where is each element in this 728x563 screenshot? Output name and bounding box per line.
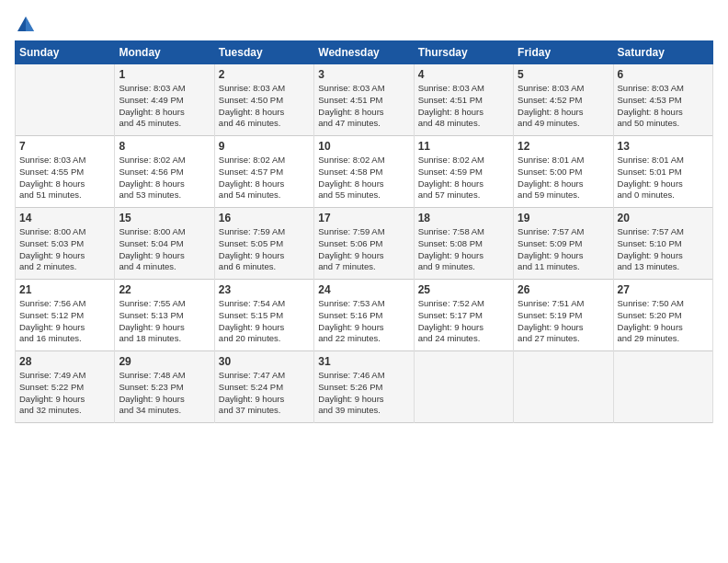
calendar-cell: 8Sunrise: 8:02 AM Sunset: 4:56 PM Daylig… — [115, 136, 214, 208]
day-number: 23 — [219, 283, 310, 296]
day-info: Sunrise: 8:03 AM Sunset: 4:55 PM Dayligh… — [19, 155, 110, 201]
day-number: 29 — [119, 355, 210, 368]
calendar-cell: 20Sunrise: 7:57 AM Sunset: 5:10 PM Dayli… — [613, 208, 712, 280]
day-number: 11 — [418, 140, 509, 153]
day-number: 25 — [418, 283, 509, 296]
day-number: 18 — [418, 212, 509, 224]
calendar-cell: 2Sunrise: 8:03 AM Sunset: 4:50 PM Daylig… — [214, 64, 313, 136]
day-number: 27 — [618, 283, 709, 296]
day-info: Sunrise: 7:58 AM Sunset: 5:08 PM Dayligh… — [418, 226, 509, 273]
calendar-cell: 22Sunrise: 7:55 AM Sunset: 5:13 PM Dayli… — [115, 280, 214, 351]
day-info: Sunrise: 8:01 AM Sunset: 5:01 PM Dayligh… — [618, 155, 709, 201]
day-info: Sunrise: 7:56 AM Sunset: 5:12 PM Dayligh… — [19, 298, 110, 345]
calendar-cell: 25Sunrise: 7:52 AM Sunset: 5:17 PM Dayli… — [414, 280, 513, 351]
calendar-cell: 14Sunrise: 8:00 AM Sunset: 5:03 PM Dayli… — [16, 208, 115, 280]
day-info: Sunrise: 7:52 AM Sunset: 5:17 PM Dayligh… — [418, 298, 509, 345]
calendar-cell — [16, 64, 115, 136]
day-info: Sunrise: 7:59 AM Sunset: 5:05 PM Dayligh… — [219, 226, 310, 273]
day-number: 4 — [418, 68, 509, 81]
calendar-cell: 26Sunrise: 7:51 AM Sunset: 5:19 PM Dayli… — [514, 280, 613, 351]
calendar-cell: 6Sunrise: 8:03 AM Sunset: 4:53 PM Daylig… — [613, 64, 712, 136]
calendar-week-5: 28Sunrise: 7:49 AM Sunset: 5:22 PM Dayli… — [16, 351, 713, 423]
weekday-header-monday: Monday — [115, 41, 214, 64]
calendar-cell: 4Sunrise: 8:03 AM Sunset: 4:51 PM Daylig… — [414, 64, 513, 136]
day-number: 26 — [518, 283, 609, 296]
day-number: 28 — [19, 355, 110, 368]
day-info: Sunrise: 8:00 AM Sunset: 5:03 PM Dayligh… — [19, 226, 110, 273]
calendar-cell: 13Sunrise: 8:01 AM Sunset: 5:01 PM Dayli… — [613, 136, 712, 208]
day-info: Sunrise: 8:02 AM Sunset: 4:57 PM Dayligh… — [219, 155, 310, 201]
calendar-cell: 10Sunrise: 8:02 AM Sunset: 4:58 PM Dayli… — [314, 136, 414, 208]
day-number: 24 — [318, 283, 409, 296]
day-info: Sunrise: 7:59 AM Sunset: 5:06 PM Dayligh… — [318, 226, 409, 273]
calendar-cell: 11Sunrise: 8:02 AM Sunset: 4:59 PM Dayli… — [414, 136, 513, 208]
calendar-cell: 9Sunrise: 8:02 AM Sunset: 4:57 PM Daylig… — [214, 136, 313, 208]
weekday-header-friday: Friday — [514, 41, 613, 64]
calendar-week-3: 14Sunrise: 8:00 AM Sunset: 5:03 PM Dayli… — [16, 208, 713, 280]
day-number: 21 — [19, 283, 110, 296]
day-number: 10 — [318, 140, 409, 153]
calendar-cell — [613, 351, 712, 423]
calendar-week-2: 7Sunrise: 8:03 AM Sunset: 4:55 PM Daylig… — [16, 136, 713, 208]
calendar-cell: 21Sunrise: 7:56 AM Sunset: 5:12 PM Dayli… — [16, 280, 115, 351]
day-info: Sunrise: 7:53 AM Sunset: 5:16 PM Dayligh… — [318, 298, 409, 345]
calendar-week-1: 1Sunrise: 8:03 AM Sunset: 4:49 PM Daylig… — [16, 64, 713, 136]
day-info: Sunrise: 8:02 AM Sunset: 4:58 PM Dayligh… — [318, 155, 409, 201]
calendar-cell: 7Sunrise: 8:03 AM Sunset: 4:55 PM Daylig… — [16, 136, 115, 208]
day-number: 1 — [119, 68, 210, 81]
calendar-table: SundayMondayTuesdayWednesdayThursdayFrid… — [15, 40, 713, 423]
day-number: 12 — [518, 140, 609, 153]
logo — [15, 15, 37, 31]
day-number: 31 — [318, 355, 409, 368]
day-info: Sunrise: 7:51 AM Sunset: 5:19 PM Dayligh… — [518, 298, 609, 345]
weekday-header-wednesday: Wednesday — [314, 41, 414, 64]
svg-marker-1 — [26, 17, 34, 31]
day-info: Sunrise: 8:03 AM Sunset: 4:49 PM Dayligh… — [119, 83, 210, 130]
day-number: 20 — [618, 212, 709, 224]
calendar-cell: 27Sunrise: 7:50 AM Sunset: 5:20 PM Dayli… — [613, 280, 712, 351]
day-number: 3 — [318, 68, 409, 81]
weekday-header-sunday: Sunday — [16, 41, 115, 64]
calendar-cell: 5Sunrise: 8:03 AM Sunset: 4:52 PM Daylig… — [514, 64, 613, 136]
day-number: 30 — [219, 355, 310, 368]
day-number: 2 — [219, 68, 310, 81]
day-number: 14 — [19, 212, 110, 224]
day-number: 9 — [219, 140, 310, 153]
day-number: 19 — [518, 212, 609, 224]
calendar-cell: 16Sunrise: 7:59 AM Sunset: 5:05 PM Dayli… — [214, 208, 313, 280]
day-info: Sunrise: 7:49 AM Sunset: 5:22 PM Dayligh… — [19, 370, 110, 417]
weekday-header-tuesday: Tuesday — [214, 41, 313, 64]
calendar-cell: 24Sunrise: 7:53 AM Sunset: 5:16 PM Dayli… — [314, 280, 414, 351]
calendar-cell: 29Sunrise: 7:48 AM Sunset: 5:23 PM Dayli… — [115, 351, 214, 423]
calendar-cell: 17Sunrise: 7:59 AM Sunset: 5:06 PM Dayli… — [314, 208, 414, 280]
day-info: Sunrise: 7:47 AM Sunset: 5:24 PM Dayligh… — [219, 370, 310, 417]
main-container: SundayMondayTuesdayWednesdayThursdayFrid… — [0, 0, 728, 431]
calendar-cell: 1Sunrise: 8:03 AM Sunset: 4:49 PM Daylig… — [115, 64, 214, 136]
logo-icon — [16, 15, 36, 35]
day-info: Sunrise: 8:01 AM Sunset: 5:00 PM Dayligh… — [518, 155, 609, 201]
header — [15, 15, 713, 31]
day-info: Sunrise: 8:03 AM Sunset: 4:52 PM Dayligh… — [518, 83, 609, 130]
day-info: Sunrise: 7:50 AM Sunset: 5:20 PM Dayligh… — [618, 298, 709, 345]
day-info: Sunrise: 7:54 AM Sunset: 5:15 PM Dayligh… — [219, 298, 310, 345]
day-number: 17 — [318, 212, 409, 224]
day-info: Sunrise: 7:55 AM Sunset: 5:13 PM Dayligh… — [119, 298, 210, 345]
calendar-cell: 31Sunrise: 7:46 AM Sunset: 5:26 PM Dayli… — [314, 351, 414, 423]
calendar-cell: 18Sunrise: 7:58 AM Sunset: 5:08 PM Dayli… — [414, 208, 513, 280]
calendar-cell: 12Sunrise: 8:01 AM Sunset: 5:00 PM Dayli… — [514, 136, 613, 208]
day-info: Sunrise: 7:46 AM Sunset: 5:26 PM Dayligh… — [318, 370, 409, 417]
day-info: Sunrise: 7:48 AM Sunset: 5:23 PM Dayligh… — [119, 370, 210, 417]
day-number: 13 — [618, 140, 709, 153]
calendar-cell: 15Sunrise: 8:00 AM Sunset: 5:04 PM Dayli… — [115, 208, 214, 280]
weekday-header-saturday: Saturday — [613, 41, 712, 64]
day-number: 8 — [119, 140, 210, 153]
day-info: Sunrise: 8:03 AM Sunset: 4:51 PM Dayligh… — [318, 83, 409, 130]
day-info: Sunrise: 8:02 AM Sunset: 4:59 PM Dayligh… — [418, 155, 509, 201]
weekday-header-row: SundayMondayTuesdayWednesdayThursdayFrid… — [16, 41, 713, 64]
day-info: Sunrise: 8:00 AM Sunset: 5:04 PM Dayligh… — [119, 226, 210, 273]
calendar-cell: 28Sunrise: 7:49 AM Sunset: 5:22 PM Dayli… — [16, 351, 115, 423]
weekday-header-thursday: Thursday — [414, 41, 513, 64]
day-number: 22 — [119, 283, 210, 296]
day-number: 7 — [19, 140, 110, 153]
day-number: 16 — [219, 212, 310, 224]
